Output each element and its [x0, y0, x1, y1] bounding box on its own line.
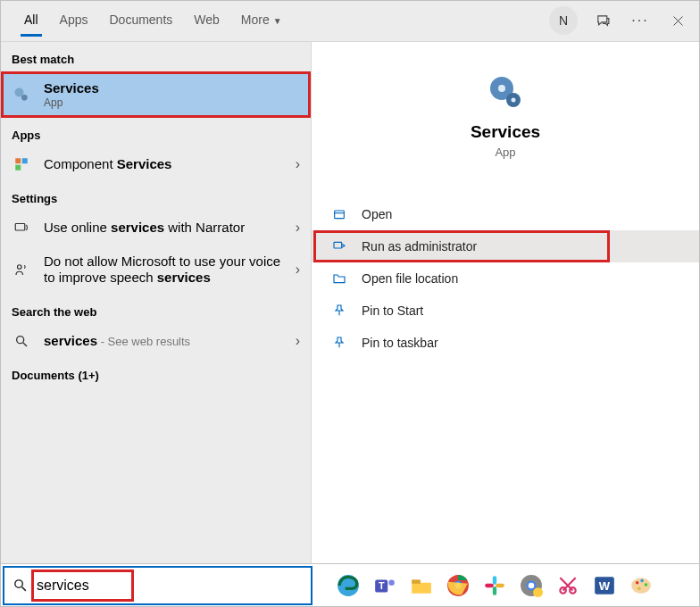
taskbar-app-explorer[interactable] [407, 571, 436, 600]
result-sub: App [44, 96, 300, 109]
preview-sub: App [312, 146, 699, 159]
chevron-right-icon: › [296, 220, 300, 236]
result-title: services - See web results [44, 333, 190, 348]
svg-rect-16 [334, 242, 342, 248]
result-speech-services[interactable]: Do not allow Microsoft to use your voice… [1, 245, 311, 295]
preview-panel: Services App Open Run as administrator O… [311, 42, 699, 563]
result-services-app[interactable]: Services App [1, 71, 311, 118]
search-icon [12, 334, 31, 348]
component-icon [12, 156, 31, 172]
feedback-icon[interactable] [590, 8, 615, 33]
result-web-services[interactable]: services - See web results › [1, 324, 311, 358]
svg-rect-23 [412, 579, 421, 583]
action-run-as-admin[interactable]: Run as administrator [312, 230, 699, 262]
taskbar-app-chrome-beta[interactable] [517, 571, 546, 600]
close-icon[interactable] [665, 8, 690, 33]
tab-apps[interactable]: Apps [49, 1, 99, 36]
taskbar-app-snip[interactable] [554, 571, 582, 600]
section-search-web: Search the web [1, 295, 311, 324]
svg-line-18 [21, 587, 25, 591]
tab-all[interactable]: All [13, 1, 49, 36]
search-input[interactable] [35, 568, 311, 603]
shield-icon [331, 239, 347, 254]
tab-documents[interactable]: Documents [98, 1, 183, 36]
action-label: Run as administrator [362, 239, 477, 254]
results-panel: Best match Services App Apps Component S… [1, 42, 311, 563]
svg-rect-7 [15, 224, 25, 231]
services-gear-icon [484, 71, 527, 113]
taskbar-app-slack[interactable] [480, 571, 509, 600]
gear-icon [12, 86, 31, 104]
action-pin-to-taskbar[interactable]: Pin to taskbar [312, 327, 699, 359]
filter-tabs-bar: All Apps Documents Web More▼ N ··· [1, 1, 699, 42]
folder-icon [331, 271, 347, 286]
search-icon [4, 578, 35, 593]
action-label: Pin to taskbar [362, 336, 438, 350]
svg-rect-28 [485, 583, 494, 586]
svg-point-40 [636, 581, 638, 584]
open-icon [331, 207, 347, 221]
result-title: Component Services [44, 156, 171, 171]
svg-point-9 [17, 337, 24, 344]
svg-point-8 [18, 265, 22, 270]
pin-icon [331, 304, 347, 318]
action-open[interactable]: Open [312, 198, 699, 230]
pin-icon [331, 336, 347, 350]
svg-point-3 [21, 95, 28, 101]
chevron-right-icon: › [296, 333, 300, 349]
action-open-file-location[interactable]: Open file location [312, 262, 699, 295]
chevron-right-icon: › [296, 262, 300, 278]
action-label: Open file location [362, 271, 458, 286]
svg-rect-29 [496, 583, 504, 586]
start-search-window: All Apps Documents Web More▼ N ··· Best … [0, 0, 700, 607]
section-best-match: Best match [1, 42, 311, 71]
result-narrator-services[interactable]: Use online services with Narrator › [1, 211, 311, 245]
svg-point-33 [529, 582, 535, 588]
svg-point-42 [645, 583, 647, 586]
svg-rect-27 [493, 576, 496, 585]
svg-rect-15 [335, 211, 345, 219]
svg-rect-5 [22, 158, 28, 163]
result-component-services[interactable]: Component Services › [1, 147, 311, 181]
result-title: Do not allow Microsoft to use your voice… [44, 254, 280, 285]
result-title: Use online services with Narrator [44, 220, 245, 235]
svg-rect-4 [15, 158, 21, 163]
more-options-icon[interactable]: ··· [628, 8, 653, 33]
taskbar-apps: T W [314, 571, 699, 600]
svg-point-41 [640, 578, 643, 581]
svg-rect-30 [493, 586, 496, 595]
taskbar-app-edge[interactable] [334, 571, 362, 600]
svg-rect-6 [15, 165, 21, 170]
section-settings: Settings [1, 181, 311, 211]
search-box[interactable] [3, 566, 312, 605]
taskbar-app-paint[interactable] [627, 571, 655, 600]
preview-title: Services [312, 122, 699, 142]
section-documents: Documents (1+) [1, 358, 311, 387]
action-pin-to-start[interactable]: Pin to Start [312, 295, 699, 327]
action-label: Open [362, 207, 392, 221]
svg-text:W: W [599, 579, 611, 593]
speech-icon [12, 262, 31, 278]
section-apps: Apps [1, 118, 311, 147]
svg-point-17 [14, 580, 21, 588]
svg-line-10 [23, 343, 27, 346]
narrator-icon [12, 220, 31, 236]
tab-more[interactable]: More▼ [230, 1, 293, 36]
result-title: Services [44, 80, 300, 96]
svg-point-43 [638, 586, 640, 589]
svg-point-12 [498, 85, 505, 92]
svg-point-22 [388, 579, 395, 586]
taskbar-app-word[interactable]: W [590, 571, 619, 600]
taskbar: T W [1, 563, 699, 606]
taskbar-app-chrome[interactable] [444, 571, 472, 600]
svg-point-34 [533, 587, 543, 597]
chevron-right-icon: › [296, 156, 300, 172]
action-label: Pin to Start [362, 304, 423, 318]
svg-point-14 [512, 98, 516, 103]
user-avatar[interactable]: N [549, 6, 578, 35]
svg-text:T: T [379, 580, 385, 591]
taskbar-app-teams[interactable]: T [371, 571, 399, 600]
tab-web[interactable]: Web [183, 1, 230, 36]
